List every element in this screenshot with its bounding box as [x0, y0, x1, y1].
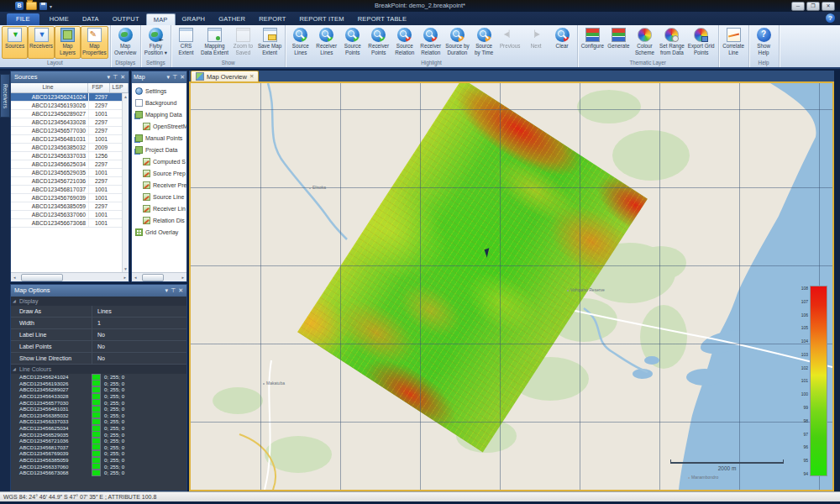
ribbon-button-source-lines[interactable]: SourceLines: [287, 26, 313, 59]
option-row-width[interactable]: Width1: [11, 318, 186, 329]
column-header-line[interactable]: Line: [11, 83, 88, 92]
table-row[interactable]: ABCD1234563850322009: [11, 144, 129, 152]
table-row[interactable]: ABCD1234567210362297: [11, 177, 129, 186]
ribbon-button-generate[interactable]: Generate: [606, 26, 632, 59]
layer-item-source-prep[interactable]: Source Prep: [132, 167, 186, 179]
layer-item-openstreetm[interactable]: OpenStreetM: [132, 120, 186, 132]
table-row[interactable]: ABCD1234565290351001: [11, 169, 129, 177]
ribbon-button-receivers[interactable]: Receivers: [28, 26, 55, 59]
ribbon-button-save-map-extent[interactable]: Save MapExtent: [256, 26, 283, 59]
help-icon[interactable]: ?: [826, 13, 835, 23]
layers-horizontal-scrollbar[interactable]: [132, 272, 186, 281]
minimize-button[interactable]: ─: [791, 2, 805, 11]
ribbon-tab-data[interactable]: DATA: [76, 13, 106, 25]
layer-item-manual-points[interactable]: Manual Points: [132, 132, 186, 144]
table-row[interactable]: ABCD1234563850592297: [11, 202, 129, 211]
layer-item-computed-s[interactable]: Computed S: [132, 155, 186, 167]
ribbon-button-receiver-points[interactable]: ReceiverPoints: [365, 26, 391, 59]
column-header-lsp[interactable]: LSP: [110, 83, 129, 92]
ribbon-tab-file[interactable]: FILE: [7, 13, 39, 25]
colour-value: 0; 255; 0: [104, 374, 186, 380]
layer-item-source-line[interactable]: Source Line: [132, 191, 186, 202]
ribbon-button-set-range-from-data[interactable]: Set Rangefrom Data: [658, 26, 686, 59]
layer-item-relation-dis[interactable]: Relation Dis: [132, 214, 186, 226]
panel-pin-icon[interactable]: ⊤: [171, 285, 176, 297]
panel-pin-icon[interactable]: ⊤: [113, 71, 118, 83]
section-header-display[interactable]: Display: [11, 297, 186, 306]
table-row[interactable]: ABCD1234566250342297: [11, 160, 129, 169]
table-row[interactable]: ABCD1234562410242297: [11, 93, 129, 102]
restore-button[interactable]: ❐: [806, 2, 820, 11]
ribbon-button-export-grid-points[interactable]: Export GridPoints: [686, 26, 717, 59]
ribbon-button-receiver-relation[interactable]: ReceiverRelation: [417, 26, 444, 59]
panel-close-icon[interactable]: ✕: [120, 71, 125, 83]
table-row[interactable]: ABCD1234566730681001: [11, 219, 129, 228]
line-colour-row[interactable]: ABCD1234566730680; 255; 0: [11, 470, 186, 476]
ribbon-button-correlate-line[interactable]: CorrelateLine: [721, 26, 747, 59]
panel-menu-icon[interactable]: ▾: [165, 285, 169, 297]
sources-vertical-scrollbar[interactable]: ▲▼: [122, 93, 129, 272]
ribbon-button-crs-extent[interactable]: CRSExtent: [173, 26, 199, 59]
ribbon-button-zoom-to-saved[interactable]: Zoom toSaved: [230, 26, 256, 59]
panel-menu-icon[interactable]: ▾: [167, 71, 171, 83]
ribbon-button-flyby-position[interactable]: FlybyPosition ▾: [143, 26, 169, 59]
table-row[interactable]: ABCD1234563370331256: [11, 152, 129, 160]
layer-item-project-data[interactable]: Project Data: [132, 144, 186, 155]
ribbon-button-configure[interactable]: Configure: [580, 26, 606, 59]
ribbon-button-source-points[interactable]: SourcePoints: [339, 26, 365, 59]
table-row[interactable]: ABCD1234567690391001: [11, 194, 129, 202]
ribbon-tab-home[interactable]: HOME: [43, 13, 76, 25]
ribbon-button-source-by-duration[interactable]: Source byDuration: [444, 26, 470, 59]
cell-line: ABCD123456817037: [11, 186, 88, 193]
layer-item-background[interactable]: Background: [132, 97, 186, 108]
ribbon-tab-report-item[interactable]: REPORT ITEM: [292, 13, 350, 25]
tab-map-overview[interactable]: Map Overview ✕: [191, 71, 259, 81]
option-row-label-line[interactable]: Label LineNo: [11, 329, 186, 341]
ribbon-button-next[interactable]: Next: [523, 26, 549, 59]
ribbon-button-source-relation[interactable]: SourceRelation: [391, 26, 417, 59]
layer-item-receiver-pre[interactable]: Receiver Pre: [132, 179, 186, 191]
table-row[interactable]: ABCD1234568170371001: [11, 186, 129, 194]
option-row-draw-as[interactable]: Draw AsLines: [11, 306, 186, 318]
table-row[interactable]: ABCD1234565770302297: [11, 127, 129, 135]
section-header-line-colours[interactable]: Line Colours: [11, 365, 186, 374]
column-header-fsp[interactable]: FSP: [88, 83, 110, 92]
panel-close-icon[interactable]: ✕: [178, 285, 183, 297]
ribbon-button-map-overview[interactable]: MapOverview: [113, 26, 139, 59]
ribbon-button-map-properties[interactable]: MapProperties: [81, 26, 108, 59]
ribbon-button-receiver-lines[interactable]: ReceiverLines: [313, 26, 339, 59]
table-row[interactable]: ABCD1234564330282297: [11, 118, 129, 127]
table-row[interactable]: ABCD1234564810311001: [11, 135, 129, 144]
map-canvas[interactable]: 108107106105104103102101100999897969594 …: [191, 83, 832, 490]
table-row[interactable]: ABCD1234562890271001: [11, 110, 129, 118]
layer-item-receiver-lin[interactable]: Receiver Lin: [132, 202, 186, 214]
ribbon-button-source-by-time[interactable]: Sourceby Time: [471, 26, 497, 59]
close-button[interactable]: ✕: [822, 2, 835, 11]
table-row[interactable]: ABCD1234563370601001: [11, 211, 129, 219]
ribbon-button-map-layers[interactable]: MapLayers: [55, 26, 81, 59]
table-row[interactable]: ABCD1234561930262297: [11, 102, 129, 110]
layer-item-settings[interactable]: Settings: [132, 85, 186, 97]
ribbon-button-sources[interactable]: Sources: [2, 26, 28, 59]
ribbon-button-show-help[interactable]: ShowHelp: [751, 26, 777, 59]
ribbon-button-mapping-data-extent[interactable]: MappingData Extent: [199, 26, 230, 59]
ribbon-button-clear[interactable]: Clear: [549, 26, 575, 59]
ribbon-button-previous[interactable]: Previous: [497, 26, 523, 59]
option-row-label-points[interactable]: Label PointsNo: [11, 341, 186, 353]
ribbon-button-colour-scheme[interactable]: ColourScheme: [632, 26, 658, 59]
ribbon-tab-output[interactable]: OUTPUT: [106, 13, 146, 25]
ribbon-tab-graph[interactable]: GRAPH: [176, 13, 213, 25]
ribbon-tab-report[interactable]: REPORT: [252, 13, 292, 25]
layer-item-mapping-data[interactable]: Mapping Data: [132, 108, 186, 120]
panel-close-icon[interactable]: ✕: [180, 71, 185, 83]
ribbon-tab-gather[interactable]: GATHER: [212, 13, 252, 25]
tab-close-icon[interactable]: ✕: [249, 73, 254, 80]
panel-menu-icon[interactable]: ▾: [108, 71, 111, 83]
layer-item-grid-overlay[interactable]: Grid Overlay: [132, 226, 186, 238]
ribbon-tab-map[interactable]: MAP: [146, 13, 176, 25]
option-row-show-line-direction[interactable]: Show Line DirectionNo: [11, 353, 186, 365]
panel-pin-icon[interactable]: ⊤: [172, 71, 177, 83]
sources-horizontal-scrollbar[interactable]: [11, 272, 129, 281]
receivers-side-tab[interactable]: Receivers: [0, 74, 10, 118]
ribbon-tab-report-table[interactable]: REPORT TABLE: [351, 13, 414, 25]
